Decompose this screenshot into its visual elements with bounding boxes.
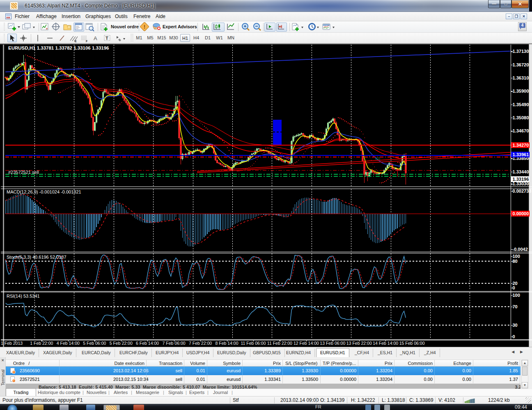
svg-text:1.34270: 1.34270 — [513, 143, 529, 148]
svg-text:100: 100 — [513, 293, 520, 298]
svg-text:100: 100 — [513, 254, 520, 259]
svg-text:1.36720: 1.36720 — [513, 62, 529, 67]
svg-text:E: E — [75, 40, 77, 43]
svg-text:1 Feb 2013: 1 Feb 2013 — [1, 341, 23, 346]
svg-text:4 Feb 14:00: 4 Feb 14:00 — [57, 341, 80, 346]
svg-text:1.33440: 1.33440 — [513, 169, 529, 174]
svg-text:12 Feb 14:00: 12 Feb 14:00 — [294, 341, 319, 346]
svg-text:30: 30 — [513, 323, 518, 328]
svg-text:1 Feb 22:00: 1 Feb 22:00 — [30, 341, 53, 346]
svg-text:14 Feb 14:00: 14 Feb 14:00 — [373, 341, 398, 346]
svg-text:1.35490: 1.35490 — [513, 102, 529, 107]
svg-text:13 Feb 22:00: 13 Feb 22:00 — [346, 341, 372, 346]
svg-text:6 Feb 14:00: 6 Feb 14:00 — [136, 341, 159, 346]
svg-text:1.35900: 1.35900 — [513, 89, 529, 93]
svg-text:7 Feb 22:00: 7 Feb 22:00 — [189, 341, 212, 346]
svg-text:1.37130: 1.37130 — [513, 49, 529, 54]
svg-text:8 Feb 14:00: 8 Feb 14:00 — [215, 341, 238, 346]
svg-text:T: T — [105, 36, 108, 41]
svg-text:0.00000: 0.00000 — [513, 211, 529, 216]
svg-text:1.33030: 1.33030 — [513, 181, 529, 186]
svg-text:-0.0042: -0.0042 — [513, 247, 528, 252]
svg-text:A: A — [94, 35, 97, 41]
svg-text:7 Feb 06:00: 7 Feb 06:00 — [163, 341, 186, 346]
svg-text:13 Feb 06:00: 13 Feb 06:00 — [320, 341, 345, 346]
svg-text:MACD(12,26,9) -0.001024 -0.001: MACD(12,26,9) -0.001024 -0.001321 — [7, 189, 81, 194]
svg-text:0: 0 — [513, 334, 515, 339]
svg-text:80: 80 — [513, 259, 518, 264]
svg-text:1.35080: 1.35080 — [513, 115, 529, 120]
svg-text:0.002733: 0.002733 — [513, 189, 532, 194]
svg-text:5 Feb 06:00: 5 Feb 06:00 — [83, 341, 106, 346]
svg-text:!: ! — [144, 24, 145, 30]
svg-text:11 Feb 22:00: 11 Feb 22:00 — [267, 341, 292, 346]
svg-text:11 Feb 06:00: 11 Feb 06:00 — [241, 341, 266, 346]
svg-text:Stoch(5,3,3) 40.6196 52.0187: Stoch(5,3,3) 40.6196 52.0187 — [7, 255, 66, 260]
svg-text:1.33196: 1.33196 — [513, 177, 529, 182]
svg-text:RSI(14) 53.5341: RSI(14) 53.5341 — [7, 294, 40, 298]
svg-text:70: 70 — [513, 304, 518, 309]
svg-text:0: 0 — [513, 285, 515, 290]
svg-text:△△: △△ — [375, 156, 381, 160]
svg-text:5 Feb 22:00: 5 Feb 22:00 — [110, 341, 133, 346]
svg-text:15 Feb 06:00: 15 Feb 06:00 — [399, 341, 425, 346]
svg-text:EURUSD,H1 1.33781 1.33782 1.3: EURUSD,H1 1.33781 1.33782 1.33106 1.3319… — [8, 46, 109, 50]
svg-text:#23572521 sell: #23572521 sell — [8, 170, 39, 175]
svg-text:1.33961: 1.33961 — [513, 152, 529, 157]
svg-text:1.36310: 1.36310 — [513, 75, 529, 80]
svg-text:1.34670: 1.34670 — [513, 128, 529, 133]
svg-text:F: F — [86, 40, 88, 43]
